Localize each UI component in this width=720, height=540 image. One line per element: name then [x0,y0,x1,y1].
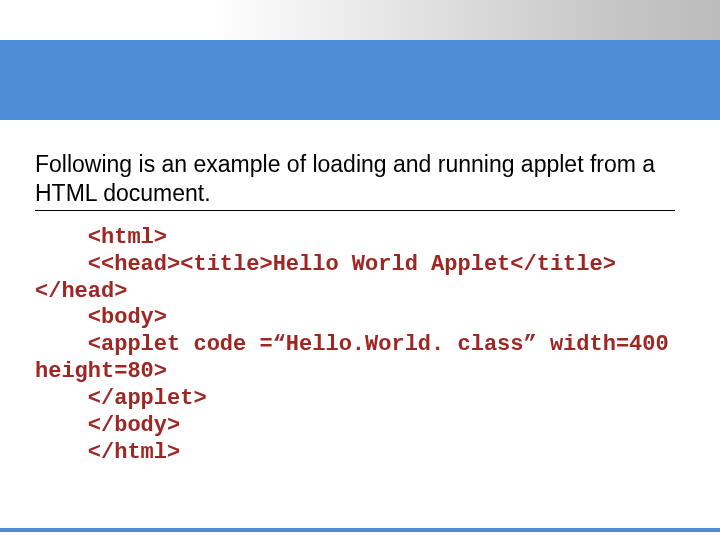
code-block: <html> <<head><title>Hello World Applet<… [35,225,685,466]
top-gradient-bar [210,0,720,40]
intro-paragraph: Following is an example of loading and r… [35,150,675,211]
title-blue-bar [0,40,720,120]
bottom-rule [0,528,720,532]
slide: Following is an example of loading and r… [0,0,720,540]
